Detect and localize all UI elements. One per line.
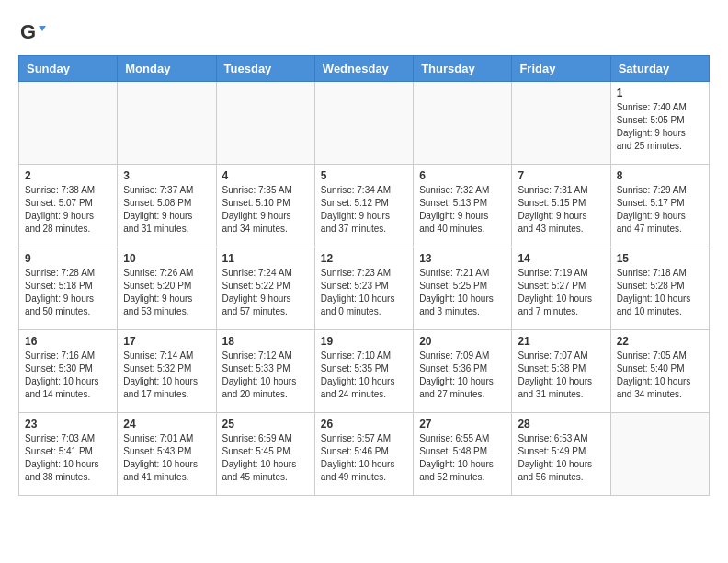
day-number: 18 [222, 335, 309, 348]
page-header: G [18, 18, 710, 46]
calendar-cell: 26Sunrise: 6:57 AM Sunset: 5:46 PM Dayli… [314, 413, 413, 496]
day-number: 11 [222, 252, 309, 265]
day-info: Sunrise: 7:05 AM Sunset: 5:40 PM Dayligh… [617, 350, 703, 401]
week-row-4: 16Sunrise: 7:16 AM Sunset: 5:30 PM Dayli… [19, 330, 710, 413]
day-info: Sunrise: 7:24 AM Sunset: 5:22 PM Dayligh… [222, 267, 309, 318]
day-info: Sunrise: 7:38 AM Sunset: 5:07 PM Dayligh… [25, 184, 111, 236]
calendar-cell: 1Sunrise: 7:40 AM Sunset: 5:05 PM Daylig… [610, 82, 709, 165]
day-info: Sunrise: 7:31 AM Sunset: 5:15 PM Dayligh… [518, 184, 604, 236]
calendar-cell: 11Sunrise: 7:24 AM Sunset: 5:22 PM Dayli… [216, 247, 314, 330]
day-number: 17 [123, 335, 210, 348]
day-info: Sunrise: 7:32 AM Sunset: 5:13 PM Dayligh… [419, 184, 506, 236]
calendar-cell: 20Sunrise: 7:09 AM Sunset: 5:36 PM Dayli… [414, 330, 512, 413]
calendar-header-row: SundayMondayTuesdayWednesdayThursdayFrid… [19, 56, 710, 82]
day-info: Sunrise: 7:29 AM Sunset: 5:17 PM Dayligh… [617, 184, 703, 236]
column-header-thursday: Thursday [414, 56, 512, 82]
week-row-1: 1Sunrise: 7:40 AM Sunset: 5:05 PM Daylig… [19, 82, 710, 165]
svg-text:G: G [20, 20, 36, 43]
day-number: 2 [25, 169, 111, 182]
calendar-cell: 8Sunrise: 7:29 AM Sunset: 5:17 PM Daylig… [610, 165, 709, 247]
calendar-cell: 25Sunrise: 6:59 AM Sunset: 5:45 PM Dayli… [216, 413, 314, 496]
day-number: 22 [617, 335, 703, 348]
day-number: 10 [123, 252, 210, 265]
day-number: 4 [222, 169, 309, 182]
day-number: 12 [321, 252, 407, 265]
day-number: 26 [321, 418, 407, 431]
calendar-cell: 5Sunrise: 7:34 AM Sunset: 5:12 PM Daylig… [314, 165, 413, 247]
calendar-cell [216, 82, 314, 165]
day-info: Sunrise: 7:37 AM Sunset: 5:08 PM Dayligh… [123, 184, 210, 236]
day-number: 8 [617, 169, 703, 182]
day-info: Sunrise: 7:01 AM Sunset: 5:43 PM Dayligh… [123, 432, 210, 484]
day-number: 1 [617, 86, 703, 99]
day-number: 21 [518, 335, 604, 348]
day-number: 9 [25, 252, 111, 265]
day-number: 6 [419, 169, 506, 182]
day-info: Sunrise: 7:03 AM Sunset: 5:41 PM Dayligh… [25, 432, 111, 484]
day-info: Sunrise: 7:19 AM Sunset: 5:27 PM Dayligh… [518, 267, 604, 318]
day-number: 5 [321, 169, 407, 182]
calendar-table: SundayMondayTuesdayWednesdayThursdayFrid… [18, 55, 710, 496]
day-number: 7 [518, 169, 604, 182]
day-info: Sunrise: 7:23 AM Sunset: 5:23 PM Dayligh… [321, 267, 407, 318]
calendar-cell [512, 82, 610, 165]
calendar-cell: 7Sunrise: 7:31 AM Sunset: 5:15 PM Daylig… [512, 165, 610, 247]
day-info: Sunrise: 7:09 AM Sunset: 5:36 PM Dayligh… [419, 350, 506, 401]
day-number: 16 [25, 335, 111, 348]
week-row-2: 2Sunrise: 7:38 AM Sunset: 5:07 PM Daylig… [19, 165, 710, 247]
calendar-cell: 23Sunrise: 7:03 AM Sunset: 5:41 PM Dayli… [19, 413, 118, 496]
day-number: 27 [419, 418, 506, 431]
day-info: Sunrise: 6:59 AM Sunset: 5:45 PM Dayligh… [222, 432, 309, 484]
column-header-wednesday: Wednesday [314, 56, 413, 82]
calendar-cell [610, 413, 709, 496]
calendar-cell [414, 82, 512, 165]
day-info: Sunrise: 7:10 AM Sunset: 5:35 PM Dayligh… [321, 350, 407, 401]
calendar-cell: 14Sunrise: 7:19 AM Sunset: 5:27 PM Dayli… [512, 247, 610, 330]
calendar-cell: 2Sunrise: 7:38 AM Sunset: 5:07 PM Daylig… [19, 165, 118, 247]
day-number: 24 [123, 418, 210, 431]
day-info: Sunrise: 7:12 AM Sunset: 5:33 PM Dayligh… [222, 350, 309, 401]
column-header-tuesday: Tuesday [216, 56, 314, 82]
day-number: 20 [419, 335, 506, 348]
day-info: Sunrise: 7:16 AM Sunset: 5:30 PM Dayligh… [25, 350, 111, 401]
calendar-cell: 22Sunrise: 7:05 AM Sunset: 5:40 PM Dayli… [610, 330, 709, 413]
logo-icon: G [18, 18, 46, 46]
calendar-cell: 17Sunrise: 7:14 AM Sunset: 5:32 PM Dayli… [118, 330, 216, 413]
day-number: 15 [617, 252, 703, 265]
day-number: 14 [518, 252, 604, 265]
calendar-cell [314, 82, 413, 165]
day-number: 3 [123, 169, 210, 182]
day-number: 25 [222, 418, 309, 431]
calendar-cell: 21Sunrise: 7:07 AM Sunset: 5:38 PM Dayli… [512, 330, 610, 413]
calendar-cell [118, 82, 216, 165]
week-row-3: 9Sunrise: 7:28 AM Sunset: 5:18 PM Daylig… [19, 247, 710, 330]
column-header-sunday: Sunday [19, 56, 118, 82]
day-info: Sunrise: 7:28 AM Sunset: 5:18 PM Dayligh… [25, 267, 111, 318]
column-header-monday: Monday [118, 56, 216, 82]
calendar-cell: 18Sunrise: 7:12 AM Sunset: 5:33 PM Dayli… [216, 330, 314, 413]
svg-marker-1 [39, 26, 46, 31]
day-info: Sunrise: 7:26 AM Sunset: 5:20 PM Dayligh… [123, 267, 210, 318]
column-header-saturday: Saturday [610, 56, 709, 82]
day-info: Sunrise: 6:55 AM Sunset: 5:48 PM Dayligh… [419, 432, 506, 484]
day-number: 28 [518, 418, 604, 431]
calendar-cell: 12Sunrise: 7:23 AM Sunset: 5:23 PM Dayli… [314, 247, 413, 330]
calendar-cell: 24Sunrise: 7:01 AM Sunset: 5:43 PM Dayli… [118, 413, 216, 496]
calendar-cell [19, 82, 118, 165]
calendar-cell: 27Sunrise: 6:55 AM Sunset: 5:48 PM Dayli… [414, 413, 512, 496]
day-info: Sunrise: 7:21 AM Sunset: 5:25 PM Dayligh… [419, 267, 506, 318]
calendar-cell: 6Sunrise: 7:32 AM Sunset: 5:13 PM Daylig… [414, 165, 512, 247]
calendar-cell: 16Sunrise: 7:16 AM Sunset: 5:30 PM Dayli… [19, 330, 118, 413]
calendar-cell: 13Sunrise: 7:21 AM Sunset: 5:25 PM Dayli… [414, 247, 512, 330]
week-row-5: 23Sunrise: 7:03 AM Sunset: 5:41 PM Dayli… [19, 413, 710, 496]
calendar-cell: 15Sunrise: 7:18 AM Sunset: 5:28 PM Dayli… [610, 247, 709, 330]
day-info: Sunrise: 7:18 AM Sunset: 5:28 PM Dayligh… [617, 267, 703, 318]
calendar-cell: 19Sunrise: 7:10 AM Sunset: 5:35 PM Dayli… [314, 330, 413, 413]
day-info: Sunrise: 7:07 AM Sunset: 5:38 PM Dayligh… [518, 350, 604, 401]
logo: G [18, 18, 50, 46]
calendar-cell: 4Sunrise: 7:35 AM Sunset: 5:10 PM Daylig… [216, 165, 314, 247]
column-header-friday: Friday [512, 56, 610, 82]
day-info: Sunrise: 7:34 AM Sunset: 5:12 PM Dayligh… [321, 184, 407, 236]
day-number: 13 [419, 252, 506, 265]
calendar-cell: 10Sunrise: 7:26 AM Sunset: 5:20 PM Dayli… [118, 247, 216, 330]
